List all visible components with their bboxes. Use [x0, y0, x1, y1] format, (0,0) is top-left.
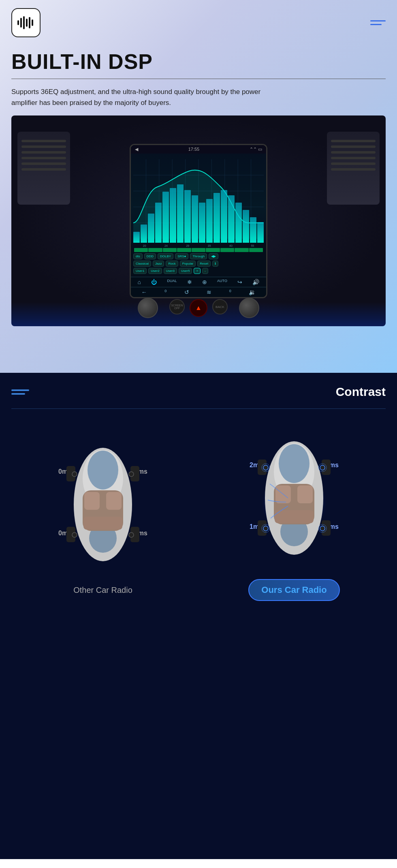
snowflake-nav-icon[interactable]: ❄: [187, 279, 192, 285]
svg-point-55: [320, 526, 325, 531]
left-knob[interactable]: [138, 298, 158, 318]
back-btn[interactable]: BACK: [212, 299, 228, 314]
user3-btn[interactable]: User3: [164, 268, 177, 274]
back-arrow-icon[interactable]: ◀: [135, 147, 138, 152]
screen-off-btn[interactable]: SCREENOFF: [169, 299, 185, 314]
ddd-btn[interactable]: DDD: [144, 253, 156, 259]
hamburger-line-2: [370, 24, 382, 25]
contrast-title: Contrast: [336, 385, 386, 399]
right-vent: [327, 132, 380, 205]
svg-rect-24: [84, 492, 100, 510]
svg-point-21: [88, 451, 118, 490]
vent-slat: [331, 162, 376, 165]
screen-icons: ⌃⌃ ▭: [250, 147, 262, 152]
srs-btn[interactable]: SRS●: [175, 253, 188, 259]
car-interior-bg: ◀ 17:55 ⌃⌃ ▭: [11, 115, 386, 326]
eq-bar: [199, 203, 205, 243]
svg-point-33: [72, 532, 77, 537]
svg-rect-26: [83, 517, 122, 530]
left-car-label: Other Car Radio: [73, 586, 132, 595]
svg-rect-4: [29, 17, 30, 28]
back-nav-icon[interactable]: ←: [141, 289, 147, 295]
fan-nav-icon[interactable]: ⊕: [202, 279, 207, 285]
eq-display: [131, 154, 266, 243]
turn-nav-icon[interactable]: ↪: [237, 279, 242, 285]
center-buttons: SCREENOFF ▲ BACK: [169, 299, 228, 317]
dolby-btn[interactable]: DOLBY: [158, 253, 173, 259]
user1-btn[interactable]: User1: [133, 268, 147, 274]
jazz-btn[interactable]: Jazz: [153, 261, 164, 267]
dts-btn[interactable]: dts: [133, 253, 143, 259]
svg-rect-1: [20, 18, 22, 28]
svg-rect-5: [32, 19, 33, 26]
svg-rect-2: [23, 16, 25, 29]
eq-bar: [250, 217, 256, 243]
right-car-label-btn[interactable]: Ours Car Radio: [248, 579, 339, 601]
eq-bar: [133, 232, 140, 243]
svg-rect-0: [17, 20, 19, 25]
eq-bar: [206, 199, 213, 243]
plus-btn[interactable]: +: [194, 268, 201, 274]
svg-point-38: [279, 444, 309, 483]
home-nav-icon[interactable]: ⌂: [138, 279, 141, 285]
hero-description: Supports 36EQ adjustment, and the ultra-…: [11, 86, 271, 108]
eq-bar: [228, 195, 235, 243]
vent-slat: [21, 140, 66, 142]
reset-btn[interactable]: Reset: [197, 261, 211, 267]
hamburger-line-1: [370, 20, 386, 21]
vent-slat: [331, 145, 376, 148]
svg-point-34: [129, 532, 134, 537]
page-title: BUILT-IN DSP: [11, 49, 386, 74]
bottom-section: Contrast 0ms 0ms 0ms 0ms: [0, 373, 397, 859]
eq-bar: [257, 222, 264, 242]
svg-rect-25: [106, 492, 122, 510]
title-divider: [11, 79, 386, 79]
ctrl-row-3: User1 User2 User3 User5 + -: [133, 268, 264, 274]
header-row: [11, 8, 386, 37]
hazard-btn[interactable]: ▲: [190, 299, 207, 317]
temp-0-right: 0: [229, 289, 231, 295]
svg-point-49: [263, 465, 268, 470]
svg-point-32: [129, 472, 134, 477]
fan-speed-icon[interactable]: ≋: [207, 289, 211, 295]
eq-bar: [221, 190, 227, 243]
info-btn[interactable]: ℹ: [212, 261, 218, 267]
right-vent-slats: [327, 132, 380, 205]
right-knob[interactable]: [239, 298, 259, 318]
contrast-line-2: [11, 393, 25, 395]
back-btn-label: BACK: [216, 305, 224, 309]
hazard-icon: ▲: [195, 304, 202, 312]
contrast-icon-lines: [11, 389, 29, 395]
vol-up-nav-icon[interactable]: 🔊: [252, 279, 259, 285]
user5-btn[interactable]: User5: [179, 268, 192, 274]
contrast-line-1: [11, 389, 29, 391]
through-btn[interactable]: Through: [190, 253, 207, 259]
recirculate-icon[interactable]: ↺: [184, 289, 189, 295]
screen-off-label: SCREENOFF: [171, 304, 183, 310]
vent-slat: [331, 151, 376, 154]
svg-rect-43: [275, 510, 314, 523]
eq-bar: [141, 224, 147, 243]
power-nav-icon[interactable]: ⏻: [151, 279, 157, 285]
contrast-divider: [11, 408, 386, 409]
screen-controls: 20 24 29 35 40 55: [131, 243, 266, 277]
popular-btn[interactable]: Popular: [180, 261, 196, 267]
left-vent-slats: [17, 132, 70, 205]
left-car-svg: [62, 438, 143, 571]
physical-controls: SCREENOFF ▲ BACK: [138, 298, 259, 318]
vol-down-nav-icon[interactable]: 🔉: [249, 289, 256, 295]
classical-btn[interactable]: Classical: [133, 261, 151, 267]
vent-slat: [21, 168, 66, 171]
left-car-view: 0ms 0ms 0ms 0ms: [58, 432, 147, 577]
user2-btn[interactable]: User2: [148, 268, 162, 274]
eq-bar: [155, 203, 162, 243]
rock-btn[interactable]: Rock: [166, 261, 178, 267]
left-car-card: 0ms 0ms 0ms 0ms: [19, 432, 187, 595]
menu-button[interactable]: [370, 20, 386, 25]
head-unit: ◀ 17:55 ⌃⌃ ▭: [130, 144, 267, 298]
minus-btn[interactable]: -: [202, 268, 208, 274]
eq-bar: [235, 203, 242, 243]
vent-slat: [331, 157, 376, 159]
cars-comparison: 0ms 0ms 0ms 0ms: [11, 425, 386, 601]
vol-btn[interactable]: ◀▶: [209, 253, 218, 259]
